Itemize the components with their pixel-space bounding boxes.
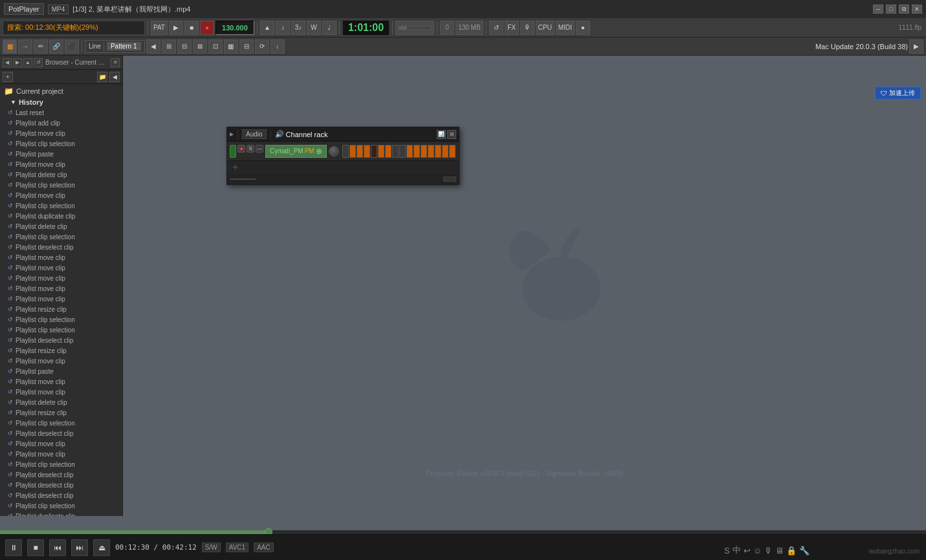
history-item[interactable]: ↺Playlist move clip xyxy=(5,263,122,273)
search-bar[interactable]: 搜索: 00:12:30(关键帧)(29%) xyxy=(3,21,145,35)
tray-mic-icon[interactable]: 🎙 xyxy=(764,546,773,555)
history-item[interactable]: ↺Playlist move clip xyxy=(5,273,122,283)
history-item[interactable]: ↺Playlist move clip xyxy=(5,294,122,304)
history-item[interactable]: ↺Last reset xyxy=(5,107,122,118)
history-item[interactable]: ↺Playlist move clip xyxy=(5,159,122,169)
cr-pad-7[interactable] xyxy=(385,145,391,158)
history-item[interactable]: ↺Playlist clip selection xyxy=(5,138,122,149)
folder-btn[interactable]: 📁 xyxy=(97,72,107,82)
cr-pad-6[interactable] xyxy=(378,145,384,158)
nav-up[interactable]: ▲ xyxy=(23,58,32,67)
pat-btn[interactable]: PAT xyxy=(151,21,168,35)
history-item[interactable]: ↺Playlist move clip xyxy=(5,438,122,449)
arrow-up-btn[interactable]: ▲ xyxy=(260,21,274,35)
record-button[interactable]: ● xyxy=(200,21,214,35)
cr-pad-9[interactable] xyxy=(399,145,406,158)
cr-scroll-right[interactable] xyxy=(443,177,456,182)
cr-add-row[interactable]: + xyxy=(227,161,459,174)
pattern-name[interactable]: Pattern 1 xyxy=(107,42,141,50)
pattern-tools-3[interactable]: ⊠ xyxy=(193,39,207,54)
sidebar-close[interactable]: ✕ xyxy=(111,58,120,67)
pattern-tools-2[interactable]: ⊟ xyxy=(177,39,192,54)
cr-solo-btn[interactable]: S xyxy=(247,145,254,153)
history-item[interactable]: ↺Playlist paste xyxy=(5,149,122,159)
tray-monitor-icon[interactable]: 🖥 xyxy=(775,546,784,555)
history-item[interactable]: ↺Playlist deselect clip xyxy=(5,242,122,252)
history-item[interactable]: ↺Playlist clip selection xyxy=(5,501,122,511)
stop-button[interactable]: ■ xyxy=(184,21,199,35)
stop-btn[interactable]: ■ xyxy=(27,539,44,556)
history-item[interactable]: ↺Playlist clip selection xyxy=(5,314,122,325)
cr-vol-btn[interactable]: — xyxy=(256,145,263,153)
cr-channel-name[interactable]: Cymati_PM PM ⊕ xyxy=(265,145,327,158)
history-item[interactable]: ↺Playlist deselect clip xyxy=(5,335,122,345)
history-item[interactable]: ↺Playlist clip selection xyxy=(5,459,122,469)
history-item[interactable]: ↺Playlist deselect clip xyxy=(5,490,122,501)
nav-forward[interactable]: ▶ xyxy=(13,58,22,67)
cr-pad-16[interactable] xyxy=(449,145,456,158)
history-item[interactable]: ↺Playlist move clip xyxy=(5,283,122,294)
sidebar-collapse[interactable]: ◀ xyxy=(109,72,120,82)
history-item[interactable]: ↺Playlist move clip xyxy=(5,376,122,387)
cr-pad-1[interactable] xyxy=(342,145,349,158)
cr-expand-arrow[interactable]: ▶ xyxy=(230,131,234,137)
minimize-button[interactable]: ─ xyxy=(873,5,883,14)
cr-pad-4[interactable] xyxy=(364,145,370,158)
current-project-item[interactable]: 📁 Current project xyxy=(0,85,122,97)
cr-active-btn[interactable] xyxy=(230,145,236,158)
history-item[interactable]: ↺Playlist move clip xyxy=(5,356,122,366)
upload-btn[interactable]: 🛡 加速上传 xyxy=(875,87,921,100)
pencil-tool[interactable]: ✏ xyxy=(34,39,48,54)
tray-s-icon[interactable]: S xyxy=(724,546,730,555)
nav-back[interactable]: ◀ xyxy=(3,58,12,67)
cr-knob-1[interactable] xyxy=(329,146,339,156)
tray-face-icon[interactable]: ☺ xyxy=(753,546,762,555)
add-item-btn[interactable]: + xyxy=(3,72,13,82)
link-tool[interactable]: 🔗 xyxy=(49,39,63,54)
history-item[interactable]: ↺Playlist move clip xyxy=(5,387,122,397)
reset-btn[interactable]: ↺ xyxy=(489,21,503,35)
pattern-tools-1[interactable]: ⊞ xyxy=(162,39,176,54)
history-item[interactable]: ↺Playlist duplicate clip xyxy=(5,211,122,221)
history-item[interactable]: ↺Playlist clip selection xyxy=(5,325,122,335)
cr-pad-15[interactable] xyxy=(442,145,448,158)
bpm-display[interactable]: 130.000 xyxy=(215,21,254,35)
close-button[interactable]: ✕ xyxy=(912,5,922,14)
cr-pad-14[interactable] xyxy=(435,145,441,158)
next-btn[interactable]: ⏭ xyxy=(71,539,88,556)
net-btn[interactable]: ● xyxy=(576,21,590,35)
play-button[interactable]: ▶ xyxy=(169,21,183,35)
history-item[interactable]: ↺Playlist clip selection xyxy=(5,180,122,190)
cr-pad-2[interactable] xyxy=(349,145,356,158)
history-item[interactable]: ↺Playlist move clip xyxy=(5,190,122,200)
history-item[interactable]: ↺Playlist deselect clip xyxy=(5,428,122,438)
cr-pad-11[interactable] xyxy=(413,145,420,158)
vol-knob-area[interactable]: Vol xyxy=(395,21,434,35)
history-item[interactable]: ↺Playlist paste xyxy=(5,366,122,376)
history-item[interactable]: ↺Playlist clip selection xyxy=(5,200,122,211)
maximize-button[interactable]: □ xyxy=(886,5,896,14)
history-item[interactable]: ↺Playlist move clip xyxy=(5,449,122,459)
eject-btn[interactable]: ⏏ xyxy=(93,539,110,556)
w-btn[interactable]: W xyxy=(307,21,321,35)
history-item[interactable]: ↺Playlist move clip xyxy=(5,128,122,138)
history-item[interactable]: ↺Playlist resize clip xyxy=(5,345,122,356)
tray-sync-icon[interactable]: ↩ xyxy=(744,546,751,555)
arrow-right-tool[interactable]: → xyxy=(18,39,32,54)
pattern-tools-8[interactable]: ↓ xyxy=(270,39,285,54)
stamp-tool[interactable]: ⬛ xyxy=(65,39,79,54)
pattern-tools-7[interactable]: ⟳ xyxy=(255,39,269,54)
history-item[interactable]: ↺Playlist add clip xyxy=(5,118,122,128)
history-item[interactable]: ↺Playlist deselect clip xyxy=(5,480,122,490)
history-item[interactable]: ↺Playlist delete clip xyxy=(5,221,122,232)
playlist-btn[interactable]: ▦ xyxy=(3,39,17,54)
history-item[interactable]: ↺Playlist delete clip xyxy=(5,397,122,407)
tray-wrench-icon[interactable]: 🔧 xyxy=(799,546,810,555)
history-item[interactable]: ↺Playlist clip selection xyxy=(5,232,122,242)
cr-grid-btn[interactable]: ⊞ xyxy=(447,130,456,139)
prev-btn[interactable]: ⏮ xyxy=(49,539,66,556)
tray-lock-icon[interactable]: 🔒 xyxy=(786,546,797,555)
tray-lang-icon[interactable]: 中 xyxy=(733,544,741,556)
mic-btn[interactable]: 🎙 xyxy=(520,21,535,35)
nav-refresh[interactable]: ↺ xyxy=(34,58,43,67)
